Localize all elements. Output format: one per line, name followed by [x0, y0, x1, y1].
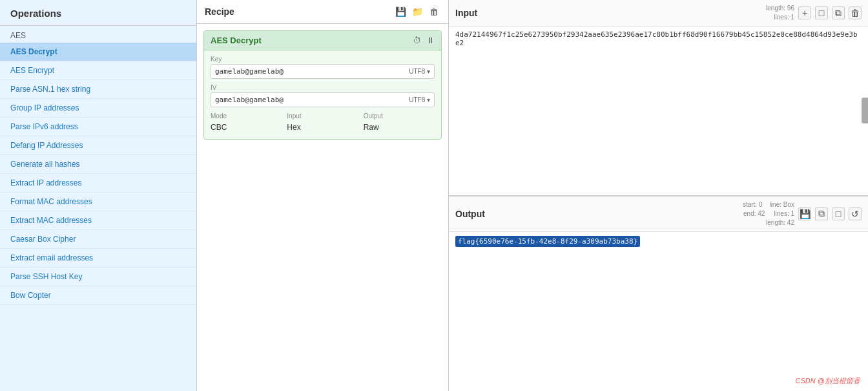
- operation-card-controls: ⏱ ⏸: [413, 36, 435, 45]
- iv-field-row: IV gamelab@gamelab@ UTF8 ▾: [211, 84, 435, 107]
- sidebar-item-10[interactable]: Caesar Box Cipher: [0, 230, 196, 249]
- key-input-wrapper[interactable]: gamelab@gamelab@ UTF8 ▾: [211, 64, 435, 79]
- input-add-icon[interactable]: +: [798, 6, 811, 19]
- input-stats: length: 96 lines: 1: [766, 4, 794, 22]
- operation-card-body: Key gamelab@gamelab@ UTF8 ▾ IV gamelab@g…: [204, 50, 441, 139]
- output-header-right: start: 0 line: Box end: 42 lines: 1 leng…: [743, 200, 862, 227]
- input-format-value[interactable]: Hex: [287, 121, 358, 134]
- iv-value: gamelab@gamelab@: [215, 96, 409, 104]
- sidebar-title: Operations: [0, 0, 196, 26]
- mode-value[interactable]: CBC: [211, 121, 282, 134]
- input-trash-icon[interactable]: 🗑: [849, 6, 862, 19]
- sidebar-item-0[interactable]: AES Decrypt: [0, 43, 196, 61]
- mode-input-output-row: Mode CBC Input Hex Output Raw: [211, 112, 435, 134]
- sidebar-group-label: AES: [0, 26, 196, 43]
- output-stats-start: start: 0: [743, 201, 763, 208]
- sidebar-item-11[interactable]: Extract email addresses: [0, 249, 196, 268]
- output-stats-line-label: line:: [770, 201, 781, 208]
- output-trash-icon[interactable]: ↺: [849, 207, 862, 220]
- sidebar-item-8[interactable]: Format MAC addresses: [0, 193, 196, 211]
- output-content[interactable]: flag{6590e76e-15fb-42e8-8f29-a309ab73ba3…: [449, 232, 868, 392]
- output-window-icon[interactable]: □: [832, 207, 845, 220]
- sidebar-item-4[interactable]: Parse IPv6 address: [0, 118, 196, 136]
- sidebar-item-2[interactable]: Parse ASN.1 hex string: [0, 80, 196, 99]
- output-stats-line-val: Box: [783, 201, 794, 208]
- sidebar-item-1[interactable]: AES Encrypt: [0, 61, 196, 80]
- key-field-row: Key gamelab@gamelab@ UTF8 ▾: [211, 56, 435, 79]
- output-save-icon[interactable]: 💾: [798, 207, 811, 220]
- sidebar-item-9[interactable]: Extract MAC addresses: [0, 211, 196, 230]
- key-label: Key: [211, 56, 435, 63]
- io-panel-wrapper: Input length: 96 lines: 1 + □ ⧉ 🗑 4da721…: [449, 0, 868, 391]
- recipe-header-icons: 💾 📁 🗑: [394, 5, 440, 18]
- sidebar-item-5[interactable]: Defang IP Addresses: [0, 136, 196, 155]
- sidebar-item-3[interactable]: Group IP addresses: [0, 99, 196, 118]
- operation-card-header: AES Decrypt ⏱ ⏸: [204, 31, 441, 50]
- input-text: 4da72144967f1c25e6273950bf29342aae635e23…: [455, 30, 858, 47]
- input-section: Input length: 96 lines: 1 + □ ⧉ 🗑 4da721…: [449, 0, 868, 196]
- recipe-header: Recipe 💾 📁 🗑: [197, 0, 448, 24]
- output-section: Output start: 0 line: Box end: 42 lines:…: [449, 196, 868, 392]
- iv-input-wrapper[interactable]: gamelab@gamelab@ UTF8 ▾: [211, 92, 435, 107]
- operation-card-title: AES Decrypt: [211, 36, 262, 45]
- recipe-folder-icon[interactable]: 📁: [411, 5, 424, 18]
- key-encoding[interactable]: UTF8 ▾: [409, 68, 430, 75]
- output-format-value[interactable]: Raw: [364, 121, 435, 134]
- operation-card-aes-decrypt: AES Decrypt ⏱ ⏸ Key gamelab@gamelab@ UTF…: [203, 30, 442, 140]
- recipe-save-icon[interactable]: 💾: [394, 5, 407, 18]
- recipe-title: Recipe: [205, 6, 234, 17]
- input-right-tab: [862, 98, 868, 123]
- input-window-icon[interactable]: □: [815, 6, 828, 19]
- output-header: Output start: 0 line: Box end: 42 lines:…: [449, 196, 868, 232]
- output-stats: start: 0 line: Box end: 42 lines: 1 leng…: [743, 200, 794, 227]
- sidebar: Operations AES AES DecryptAES EncryptPar…: [0, 0, 197, 391]
- iv-encoding[interactable]: UTF8 ▾: [409, 96, 430, 103]
- input-format-label: Input: [287, 112, 358, 120]
- pause-icon[interactable]: ⏸: [426, 36, 435, 45]
- iv-label: IV: [211, 84, 435, 91]
- input-copy-icon[interactable]: ⧉: [832, 6, 845, 19]
- clock-icon[interactable]: ⏱: [413, 36, 421, 45]
- input-content[interactable]: 4da72144967f1c25e6273950bf29342aae635e23…: [449, 26, 868, 195]
- sidebar-item-13[interactable]: Bow Copter: [0, 286, 196, 305]
- sidebar-item-7[interactable]: Extract IP addresses: [0, 174, 196, 193]
- mode-col: Mode CBC: [211, 112, 282, 134]
- key-value: gamelab@gamelab@: [215, 67, 409, 76]
- output-copy-icon[interactable]: ⧉: [815, 207, 828, 220]
- watermark: CSDN @别当橙留香: [796, 376, 860, 386]
- output-text: flag{6590e76e-15fb-42e8-8f29-a309ab73ba3…: [455, 236, 640, 247]
- output-stats-end: end: 42: [743, 210, 765, 217]
- sidebar-item-6[interactable]: Generate all hashes: [0, 155, 196, 174]
- mode-label: Mode: [211, 112, 282, 120]
- recipe-body: AES Decrypt ⏱ ⏸ Key gamelab@gamelab@ UTF…: [197, 24, 448, 391]
- input-stats-lines: lines: 1: [774, 14, 794, 21]
- input-header-right: length: 96 lines: 1 + □ ⧉ 🗑: [766, 4, 862, 22]
- input-col: Input Hex: [287, 112, 358, 134]
- output-title: Output: [455, 209, 485, 219]
- output-format-label: Output: [364, 112, 435, 120]
- input-stats-length: length: 96: [766, 5, 794, 12]
- recipe-panel: Recipe 💾 📁 🗑 AES Decrypt ⏱ ⏸ Key gamelab: [197, 0, 449, 391]
- output-stats-lines: lines: 1: [774, 210, 794, 217]
- recipe-trash-icon[interactable]: 🗑: [428, 5, 440, 18]
- input-title: Input: [455, 8, 477, 18]
- input-header: Input length: 96 lines: 1 + □ ⧉ 🗑: [449, 0, 868, 26]
- output-col: Output Raw: [364, 112, 435, 134]
- output-stats-length: length: 42: [766, 219, 794, 226]
- sidebar-item-12[interactable]: Parse SSH Host Key: [0, 268, 196, 286]
